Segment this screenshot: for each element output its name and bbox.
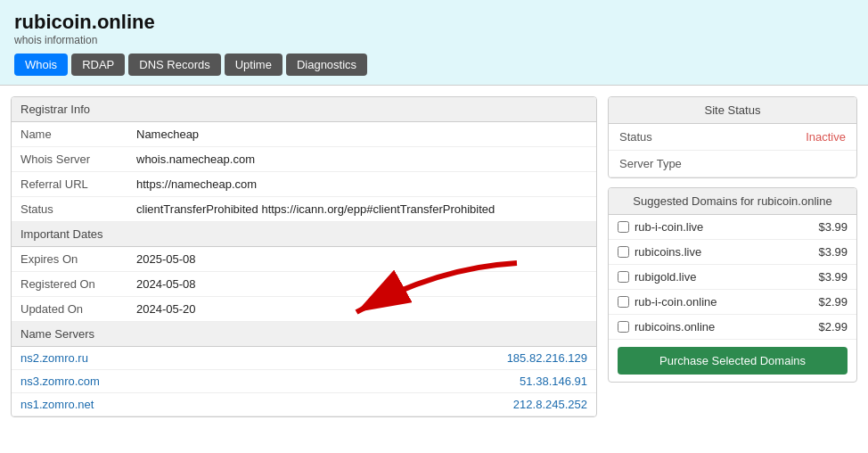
ns-ip[interactable]: 212.8.245.252: [302, 393, 596, 416]
tab-dns-records[interactable]: DNS Records: [128, 54, 220, 76]
server-type-label: Server Type: [619, 157, 682, 170]
suggested-domains-card: Suggested Domains for rubicoin.online ru…: [608, 187, 857, 383]
domain-checkbox[interactable]: [618, 221, 629, 233]
table-row: Registered On 2024-05-08: [12, 272, 596, 297]
domain-checkbox[interactable]: [618, 246, 629, 258]
registrar-section-header: Registrar Info: [12, 97, 596, 122]
row-label: Status: [12, 197, 127, 222]
domain-name: rubicoins.online: [635, 320, 715, 334]
status-row: Status Inactive: [609, 124, 856, 151]
tab-diagnostics[interactable]: Diagnostics: [286, 54, 367, 76]
subtitle: whois information: [14, 34, 854, 46]
domain-checkbox-label[interactable]: rubicoins.online: [618, 320, 715, 334]
domain-item: rub-i-coin.online $2.99: [609, 290, 856, 315]
row-value: 2024-05-20: [127, 297, 596, 322]
ns-name[interactable]: ns2.zomro.ru: [12, 347, 302, 370]
row-label: Registered On: [12, 272, 127, 297]
table-row: Whois Server whois.namecheap.com: [12, 147, 596, 172]
domain-checkbox-label[interactable]: rub-i-coin.online: [618, 295, 717, 309]
domain-checkbox[interactable]: [618, 321, 629, 333]
main-layout: Registrar Info Name NamecheapWhois Serve…: [0, 86, 868, 428]
tab-bar: Whois RDAP DNS Records Uptime Diagnostic…: [14, 54, 854, 76]
table-row: Updated On 2024-05-20: [12, 297, 596, 322]
left-panel: Registrar Info Name NamecheapWhois Serve…: [11, 96, 597, 417]
domain-name: rub-i-coin.online: [635, 295, 717, 309]
suggested-domains-header: Suggested Domains for rubicoin.online: [609, 188, 856, 215]
ns-ip[interactable]: 51.38.146.91: [302, 370, 596, 393]
row-label: Referral URL: [12, 172, 127, 197]
domain-checkbox-label[interactable]: rubicoins.live: [618, 245, 701, 259]
dates-table: Expires On 2025-05-08Registered On 2024-…: [12, 247, 596, 322]
right-panel: Site Status Status Inactive Server Type …: [608, 96, 857, 383]
domain-item: rub-i-coin.live $3.99: [609, 215, 856, 240]
domain-price: $3.99: [818, 245, 848, 259]
dates-section-header: Important Dates: [12, 222, 596, 247]
ns-ip[interactable]: 185.82.216.129: [302, 347, 596, 370]
status-value: Inactive: [806, 130, 846, 144]
site-status-header: Site Status: [609, 97, 856, 124]
ns-name[interactable]: ns1.zomro.net: [12, 393, 302, 416]
tab-uptime[interactable]: Uptime: [225, 54, 283, 76]
table-row: ns3.zomro.com 51.38.146.91: [12, 370, 596, 393]
table-row: Name Namecheap: [12, 122, 596, 147]
domain-price: $2.99: [818, 320, 848, 334]
domain-item: rubigold.live $3.99: [609, 265, 856, 290]
row-label: Name: [12, 122, 127, 147]
table-row: Referral URL https://namecheap.com: [12, 172, 596, 197]
row-value: 2025-05-08: [127, 247, 596, 272]
header: rubicoin.online whois information Whois …: [0, 0, 868, 86]
domain-name: rub-i-coin.live: [635, 220, 703, 234]
tab-rdap[interactable]: RDAP: [71, 54, 125, 76]
nameservers-table: ns2.zomro.ru 185.82.216.129ns3.zomro.com…: [12, 347, 596, 416]
nameservers-section-header: Name Servers: [12, 322, 596, 347]
domain-price: $3.99: [818, 270, 848, 284]
domain-name: rubicoins.live: [635, 245, 701, 259]
row-value: https://namecheap.com: [127, 172, 596, 197]
row-label: Expires On: [12, 247, 127, 272]
table-row: Status clientTransferProhibited https://…: [12, 197, 596, 222]
registrar-table: Name NamecheapWhois Server whois.nameche…: [12, 122, 596, 222]
row-value: clientTransferProhibited https://icann.o…: [127, 197, 596, 222]
table-row: ns2.zomro.ru 185.82.216.129: [12, 347, 596, 370]
status-label: Status: [619, 130, 652, 144]
table-row: Expires On 2025-05-08: [12, 247, 596, 272]
row-value: 2024-05-08: [127, 272, 596, 297]
tab-whois[interactable]: Whois: [14, 54, 68, 76]
domain-item: rubicoins.online $2.99: [609, 315, 856, 340]
domain-checkbox-label[interactable]: rubigold.live: [618, 270, 696, 284]
table-row: ns1.zomro.net 212.8.245.252: [12, 393, 596, 416]
domain-checkbox[interactable]: [618, 296, 629, 308]
purchase-selected-domains-button[interactable]: Purchase Selected Domains: [618, 347, 848, 375]
domain-title: rubicoin.online: [14, 11, 854, 34]
server-type-row: Server Type: [609, 151, 856, 177]
row-label: Whois Server: [12, 147, 127, 172]
domain-checkbox-label[interactable]: rub-i-coin.live: [618, 220, 703, 234]
domain-price: $3.99: [818, 220, 848, 234]
domain-name: rubigold.live: [635, 270, 696, 284]
domain-price: $2.99: [818, 295, 848, 309]
domain-item: rubicoins.live $3.99: [609, 240, 856, 265]
ns-name[interactable]: ns3.zomro.com: [12, 370, 302, 393]
row-value: whois.namecheap.com: [127, 147, 596, 172]
row-value: Namecheap: [127, 122, 596, 147]
site-status-card: Site Status Status Inactive Server Type: [608, 96, 857, 178]
row-label: Updated On: [12, 297, 127, 322]
domain-checkbox[interactable]: [618, 271, 629, 283]
